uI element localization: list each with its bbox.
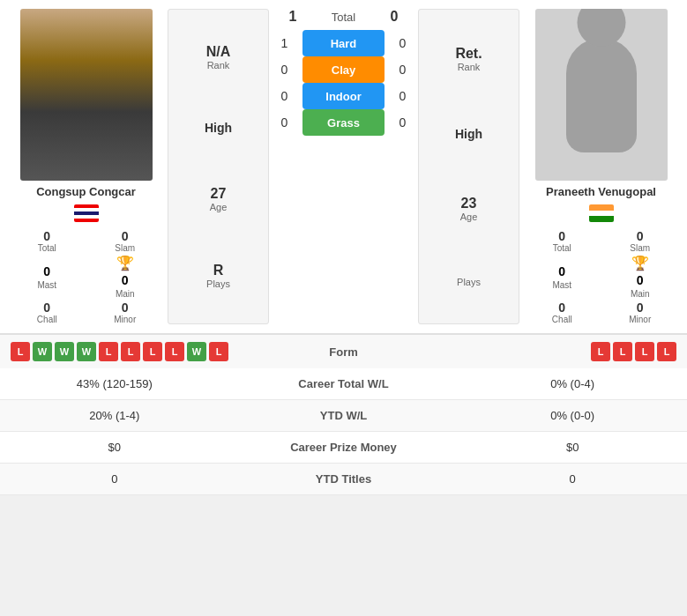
minor-label-left: Minor <box>87 315 164 324</box>
stats-row-2: $0 Career Prize Money $0 <box>0 432 687 464</box>
chall-value-right: 0 <box>524 301 601 315</box>
grass-score-left: 0 <box>273 115 295 130</box>
age-label-right: Age <box>460 212 478 222</box>
total-row: 1 Total 0 <box>273 9 414 25</box>
stats-table: 43% (120-159) Career Total W/L 0% (0-4) … <box>0 368 687 495</box>
age-value-left: 27 <box>210 186 228 202</box>
grass-btn: Grass <box>302 109 385 136</box>
player-right: Praneeth Venugopal 0 Total 0 Slam 0 Mast <box>524 9 678 324</box>
minor-value-right: 0 <box>602 301 679 315</box>
form-badge-w3: W <box>77 342 96 361</box>
form-badge-l6: L <box>209 342 228 361</box>
main-container: Congsup Congcar 0 Total 0 Slam 0 Mast <box>0 0 687 495</box>
player-photo-right <box>535 9 668 181</box>
form-badge-r2: L <box>613 342 632 361</box>
high-label-right: High <box>455 127 482 141</box>
player-stats-left: 0 Total 0 Slam 0 Mast 🏆 0 Main 0 <box>9 229 163 324</box>
stats-cell-left-0: 43% (120-159) <box>0 368 229 400</box>
chall-stat-left: 0 Chall <box>9 301 86 324</box>
chall-label-right: Chall <box>524 315 601 324</box>
surfaces-wrapper: 1 Total 0 1 Hard 0 0 Clay 0 0 Indoor 0 <box>273 9 414 324</box>
surface-row-indoor: 0 Indoor 0 <box>273 83 414 109</box>
minor-value-left: 0 <box>87 301 164 315</box>
minor-stat-right: 0 Minor <box>602 301 679 324</box>
center-panel-left: N/A Rank High 27 Age R Plays <box>168 9 269 324</box>
mast-value-right: 0 <box>558 264 565 278</box>
form-badge-l4: L <box>143 342 162 361</box>
age-value-right: 23 <box>460 196 478 212</box>
grass-score-right: 0 <box>392 115 414 130</box>
age-label-left: Age <box>210 202 228 212</box>
stats-cell-center-3: YTD Titles <box>229 464 459 495</box>
clay-score-right: 0 <box>392 63 414 77</box>
stats-row-0: 43% (120-159) Career Total W/L 0% (0-4) <box>0 368 687 400</box>
total-score-right: 0 <box>384 9 406 25</box>
stats-row-3: 0 YTD Titles 0 <box>0 464 687 495</box>
flag-left <box>74 204 99 222</box>
player-left: Congsup Congcar 0 Total 0 Slam 0 Mast <box>9 9 163 324</box>
total-label: Total <box>317 11 370 24</box>
rank-stat-right: Ret. Rank <box>455 46 482 72</box>
stats-cell-center-1: YTD W/L <box>229 400 459 432</box>
main-label-right: Main <box>631 289 650 299</box>
main-label-left: Main <box>116 289 135 299</box>
stats-cell-right-2: $0 <box>458 432 687 464</box>
total-stat-left: 0 Total <box>9 229 86 253</box>
stats-cell-right-3: 0 <box>458 464 687 495</box>
form-badges-left: L W W W L L L L W L <box>11 342 295 361</box>
trophy-icon-right: 🏆 <box>631 255 649 271</box>
slam-label-right: Slam <box>602 243 679 253</box>
form-badge-r3: L <box>635 342 654 361</box>
player-stats-right: 0 Total 0 Slam 0 Mast 🏆 0 Main 0 <box>524 229 678 324</box>
main-stat-left: 🏆 0 Main <box>87 255 164 299</box>
plays-value-left: R <box>206 263 230 278</box>
rank-value-left: N/A <box>206 44 231 60</box>
stats-cell-center-0: Career Total W/L <box>229 368 459 400</box>
age-stat-right: 23 Age <box>460 196 478 222</box>
flag-container-left <box>74 201 99 222</box>
form-badge-l3: L <box>121 342 140 361</box>
hard-score-left: 1 <box>273 36 295 50</box>
rank-label-left: Rank <box>206 60 231 71</box>
form-section: L W W W L L L L W L Form L L L L <box>0 333 687 368</box>
stats-cell-right-1: 0% (0-0) <box>458 400 687 432</box>
total-value-right: 0 <box>524 229 601 243</box>
form-badge-l5: L <box>165 342 184 361</box>
hard-btn: Hard <box>302 30 385 56</box>
trophy-icon-left: 🏆 <box>116 255 134 271</box>
total-label-right: Total <box>524 243 601 253</box>
minor-label-right: Minor <box>602 315 679 324</box>
flag-right <box>589 204 614 222</box>
surface-row-clay: 0 Clay 0 <box>273 56 414 83</box>
mast-value-left: 0 <box>43 264 50 278</box>
form-badge-l1: L <box>11 342 30 361</box>
main-stat-right: 🏆 0 Main <box>602 255 679 299</box>
mast-label-right: Mast <box>552 280 571 290</box>
total-value-left: 0 <box>9 229 86 243</box>
rank-stat-left: N/A Rank <box>206 44 231 71</box>
plays-label-right: Plays <box>457 277 481 287</box>
center-panel-right: Ret. Rank High 23 Age Plays <box>418 9 519 324</box>
form-badge-l2: L <box>99 342 118 361</box>
form-badge-w4: W <box>187 342 206 361</box>
chall-stat-right: 0 Chall <box>524 301 601 324</box>
total-score-left: 1 <box>282 9 304 25</box>
form-badges-right: L L L L <box>392 342 677 361</box>
stats-cell-left-3: 0 <box>0 464 229 495</box>
stats-cell-right-0: 0% (0-4) <box>458 368 687 400</box>
clay-btn: Clay <box>302 56 385 83</box>
player-silhouette <box>566 38 637 152</box>
slam-stat-left: 0 Slam <box>87 229 164 253</box>
total-stat-right: 0 Total <box>524 229 601 253</box>
surface-row-hard: 1 Hard 0 <box>273 30 414 56</box>
high-label-left: High <box>205 121 232 135</box>
form-badge-w1: W <box>33 342 52 361</box>
indoor-score-left: 0 <box>273 89 295 103</box>
slam-value-right: 0 <box>602 229 679 243</box>
mast-label-left: Mast <box>37 280 56 290</box>
slam-value-left: 0 <box>87 229 164 243</box>
indoor-btn: Indoor <box>302 83 385 109</box>
main-value-left: 0 <box>122 273 129 287</box>
flag-container-right <box>589 201 614 222</box>
age-stat-left: 27 Age <box>210 186 228 212</box>
